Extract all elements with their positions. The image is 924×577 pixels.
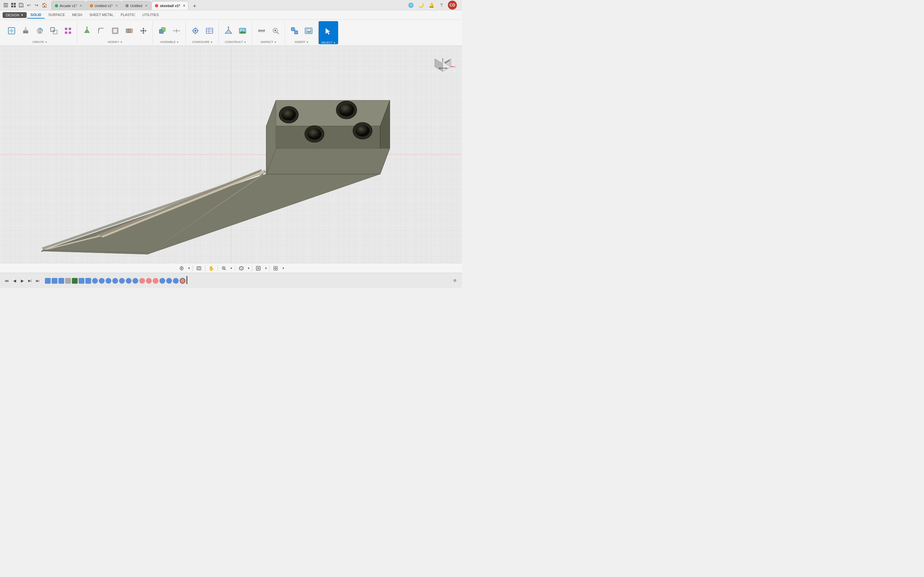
grid-dropdown[interactable]: ▼ (282, 267, 284, 270)
timeline-node[interactable] (99, 278, 105, 284)
timeline-node-current[interactable] (180, 278, 186, 284)
assemble-joint-button[interactable] (170, 23, 183, 39)
timeline-node[interactable] (58, 278, 64, 284)
timeline-node[interactable] (160, 278, 165, 284)
tab-skeeball[interactable]: skeeball v1* × (152, 1, 189, 10)
axis-cube[interactable]: BACK BOTTOM X (430, 52, 456, 78)
construct-label[interactable]: CONSTRUCT (225, 40, 246, 44)
bell-icon[interactable]: 🔔 (427, 1, 435, 9)
tab-untitled2[interactable]: Untitled × (122, 1, 151, 10)
capture-design-button[interactable] (195, 264, 203, 272)
inspect-label[interactable]: INSPECT (261, 40, 276, 44)
moon-icon[interactable]: 🌙 (417, 1, 425, 9)
select-button[interactable] (322, 23, 334, 40)
timeline-skip-end[interactable]: ⏭ (34, 277, 41, 284)
timeline-node[interactable] (132, 278, 138, 284)
viewport[interactable]: BACK BOTTOM X (0, 46, 462, 263)
view-cube-button[interactable] (237, 264, 246, 272)
grid-apps-icon[interactable] (10, 2, 17, 8)
create-pattern-button[interactable] (61, 23, 74, 39)
modify-move-button[interactable] (137, 23, 150, 39)
insert-canvas-button[interactable] (302, 23, 315, 39)
insert-derive-button[interactable] (288, 23, 301, 39)
timeline-node[interactable] (79, 278, 84, 284)
tab-close-untitled2[interactable]: × (145, 3, 147, 8)
help-icon[interactable]: ? (438, 1, 445, 9)
construct-image-button[interactable] (236, 23, 249, 39)
measure-icon (257, 26, 266, 35)
create-sketch-button[interactable] (5, 23, 18, 39)
analysis-icon (271, 26, 280, 35)
snap-settings-button[interactable] (178, 264, 186, 272)
timeline-node[interactable] (139, 278, 145, 284)
tab-arcade[interactable]: Arcade v1* × (51, 1, 86, 10)
timeline-node[interactable] (112, 278, 118, 284)
redo-icon[interactable]: ↪ (33, 2, 40, 8)
construct-plane-button[interactable] (222, 23, 235, 39)
timeline-prev[interactable]: ◀ (11, 277, 18, 284)
timeline-play[interactable]: ▶ (19, 277, 26, 284)
save-icon[interactable] (18, 2, 24, 8)
display-settings-button[interactable] (254, 264, 262, 272)
tab-untitled[interactable]: Untitled v1* × (86, 1, 121, 10)
zoom-dropdown[interactable]: ▼ (230, 267, 233, 270)
timeline-node[interactable] (166, 278, 172, 284)
tab-mesh[interactable]: MESH (69, 11, 86, 19)
timeline-node[interactable] (86, 278, 91, 284)
create-revolve-button[interactable] (33, 23, 46, 39)
timeline-node[interactable] (153, 278, 158, 284)
zoom-button[interactable] (220, 264, 228, 272)
timeline-node[interactable] (52, 278, 57, 284)
snap-dropdown[interactable]: ▼ (188, 267, 191, 270)
modify-press-pull-button[interactable] (81, 23, 94, 39)
tab-sheet-metal[interactable]: SHEET METAL (86, 11, 116, 19)
configure-table-button[interactable] (203, 23, 216, 39)
timeline-node[interactable] (92, 278, 98, 284)
configure-label[interactable]: CONFIGURE (192, 40, 213, 44)
tab-surface[interactable]: SURFACE (45, 11, 68, 19)
select-label[interactable]: SELECT (321, 41, 336, 45)
create-extrude-button[interactable] (19, 23, 32, 39)
timeline-skip-start[interactable]: ⏮ (3, 277, 10, 284)
tab-close-arcade[interactable]: × (80, 3, 82, 8)
timeline-settings-button[interactable]: ⚙ (451, 277, 459, 285)
modify-fillet-button[interactable] (95, 23, 107, 39)
timeline-node[interactable] (45, 278, 51, 284)
timeline-node[interactable] (119, 278, 125, 284)
undo-icon[interactable]: ↩ (26, 2, 32, 8)
timeline-node[interactable] (126, 278, 132, 284)
timeline-next[interactable]: ▶| (26, 277, 33, 284)
timeline-node[interactable] (105, 278, 111, 284)
3d-model[interactable] (0, 46, 462, 263)
timeline-node[interactable] (65, 278, 71, 284)
create-label[interactable]: CREATE (32, 40, 47, 44)
avatar[interactable]: CD (448, 1, 457, 10)
tab-plastic[interactable]: PLASTIC (118, 11, 139, 19)
tab-solid[interactable]: SOLID (27, 11, 45, 19)
app-menu-icon[interactable] (3, 2, 9, 8)
globe-icon[interactable]: 🌐 (407, 1, 415, 9)
modify-combine-button[interactable] (123, 23, 136, 39)
modify-label[interactable]: MODIFY (108, 40, 123, 44)
inspect-measure-button[interactable] (255, 23, 268, 39)
inspect-analysis-button[interactable] (269, 23, 282, 39)
tab-close-untitled[interactable]: × (115, 3, 118, 8)
display-dropdown[interactable]: ▼ (264, 267, 267, 270)
view-dropdown[interactable]: ▼ (247, 267, 250, 270)
design-dropdown[interactable]: DESIGN ▼ (3, 12, 27, 18)
new-tab-button[interactable]: + (191, 2, 198, 10)
tab-close-skeeball[interactable]: × (183, 3, 185, 8)
create-transform-button[interactable] (47, 23, 60, 39)
tab-utilities[interactable]: UTILITIES (139, 11, 162, 19)
timeline-node[interactable] (72, 278, 78, 284)
home-icon[interactable]: 🏠 (41, 2, 47, 8)
assemble-label[interactable]: ASSEMBLE (160, 40, 179, 44)
configure-parameters-button[interactable] (189, 23, 202, 39)
grid-settings-button[interactable] (271, 264, 280, 272)
insert-label[interactable]: INSERT (295, 40, 309, 44)
timeline-node[interactable] (173, 278, 179, 284)
assemble-new-button[interactable] (156, 23, 169, 39)
pan-button[interactable]: ✋ (207, 264, 216, 272)
modify-shell-button[interactable] (109, 23, 121, 39)
timeline-node[interactable] (146, 278, 152, 284)
